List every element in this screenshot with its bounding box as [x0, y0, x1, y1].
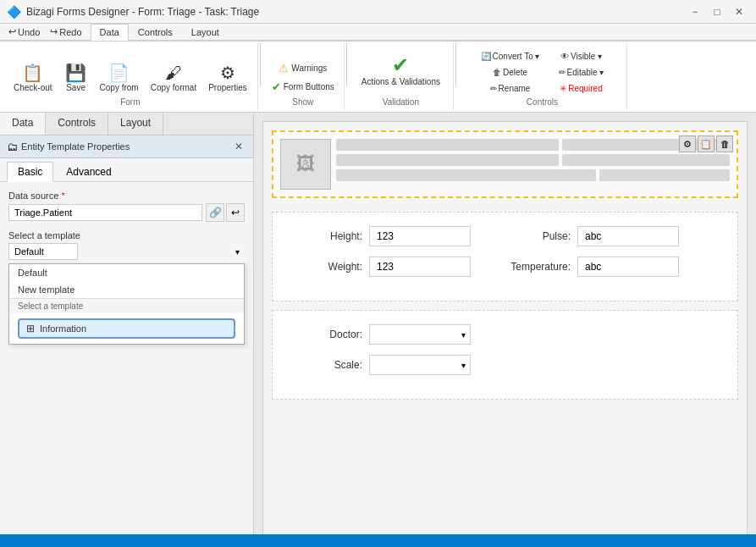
entity-panel-header: 🗂 Entity Template Properties ✕	[0, 135, 253, 158]
formbuttons-button[interactable]: ✔ Form Buttons	[268, 78, 339, 96]
entity-panel-body: Data source * 🔗 ↩ Select a template Def	[0, 182, 253, 534]
field-row-scale: Scale:	[286, 355, 724, 375]
template-select-wrapper: Default New template	[8, 243, 245, 260]
scale-select[interactable]	[369, 355, 471, 375]
panel-tab-data[interactable]: Data	[0, 113, 46, 135]
data-source-icons: 🔗 ↩	[206, 203, 245, 222]
height-input[interactable]	[369, 226, 471, 246]
doctor-select[interactable]	[369, 324, 471, 345]
properties-button[interactable]: ⚙ Properties	[203, 61, 252, 96]
entity-delete-button[interactable]: 🗑	[716, 135, 733, 152]
pulse-input[interactable]	[577, 226, 679, 246]
entity-panel-close-button[interactable]: ✕	[231, 139, 246, 154]
show-vertical-buttons: ⚠ Warnings ✔ Form Buttons	[268, 59, 339, 96]
window-controls: − □ ✕	[685, 3, 749, 21]
scale-label: Scale:	[286, 359, 362, 371]
entity-field-3	[336, 154, 559, 166]
warnings-button[interactable]: ⚠ Warnings	[268, 59, 339, 77]
minimize-button[interactable]: −	[685, 3, 705, 21]
dropdown-item-new-template[interactable]: New template	[9, 281, 244, 298]
form-fields-area-doctor-scale: Doctor: Scale:	[272, 310, 738, 400]
required-star: *	[61, 191, 64, 201]
redo-button[interactable]: ↪ Redo	[47, 25, 85, 39]
required-button[interactable]: ✳ Required	[555, 81, 609, 96]
ribbon-tabs: Data Controls Layout	[91, 24, 229, 40]
field-row-height-pulse: Height: Pulse:	[286, 226, 724, 246]
entity-panel-title: Entity Template Properties	[21, 141, 228, 152]
delete-button[interactable]: 🗑 Delete	[477, 65, 544, 80]
save-icon: 💾	[65, 64, 86, 81]
maximize-button[interactable]: □	[707, 3, 727, 21]
weight-input[interactable]	[369, 257, 471, 277]
data-source-input[interactable]	[8, 204, 202, 221]
ribbon-group-show-label: Show	[292, 96, 313, 108]
scale-select-wrapper	[369, 355, 471, 375]
ribbon-group-validation-label: Validation	[383, 96, 419, 108]
quick-access-toolbar: ↩ Undo ↪ Redo	[0, 25, 91, 39]
panel-tab-controls[interactable]: Controls	[46, 113, 108, 135]
ribbon-group-show-buttons: ⚠ Warnings ✔ Form Buttons	[268, 45, 339, 96]
actionsvalidations-button[interactable]: ✔ Actions & Validations	[354, 45, 448, 96]
properties-icon: ⚙	[220, 64, 235, 81]
entity-field-row-3	[336, 169, 730, 181]
data-source-back-button[interactable]: ↩	[226, 203, 245, 222]
template-dropdown-menu: Default New template Select a template ⊞…	[8, 263, 245, 345]
visible-button[interactable]: 👁 Visible ▾	[555, 49, 609, 64]
tab-data[interactable]: Data	[91, 24, 129, 41]
editable-button[interactable]: ✏ Editable ▾	[555, 65, 609, 80]
entity-content: 🖼	[280, 139, 730, 190]
undo-button[interactable]: ↩ Undo	[5, 25, 43, 39]
dropdown-section-select-template: Select a template	[9, 298, 244, 313]
copyformat-button[interactable]: 🖌 Copy format	[146, 61, 201, 96]
copyfrom-icon: 📄	[108, 64, 130, 81]
information-table-icon: ⊞	[26, 323, 35, 334]
controls-right-btns: 👁 Visible ▾ ✏ Editable ▾ ✳ Requir	[555, 49, 609, 96]
data-source-row: 🔗 ↩	[8, 203, 245, 222]
ribbon-group-form-buttons: 📋 Check-out 💾 Save 📄 Copy from 🖌 Copy fo…	[8, 45, 252, 96]
copyfrom-button[interactable]: 📄 Copy from	[95, 61, 144, 96]
template-select-row: Default New template	[8, 243, 245, 260]
entity-field-5	[336, 169, 596, 181]
data-source-link-button[interactable]: 🔗	[206, 203, 224, 222]
dropdown-item-default[interactable]: Default	[9, 264, 244, 281]
save-button[interactable]: 💾 Save	[59, 61, 93, 96]
ribbon-group-controls-buttons: 🔄 Convert To ▾ 🗑 Delete ✏ Rename	[477, 45, 609, 96]
app-title: Bizagi Forms Designer - Form: Triage - T…	[26, 6, 680, 18]
entity-field-4	[562, 154, 730, 166]
title-bar: 🔷 Bizagi Forms Designer - Form: Triage -…	[0, 0, 756, 24]
weight-label: Weight:	[286, 261, 362, 273]
form-canvas: ⚙ 📋 🗑 🖼	[262, 121, 748, 534]
checkout-button[interactable]: 📋 Check-out	[8, 61, 58, 96]
entity-copy-button[interactable]: 📋	[698, 135, 715, 152]
doctor-label: Doctor:	[286, 329, 362, 340]
field-row-doctor: Doctor:	[286, 324, 724, 345]
ribbon-content: 📋 Check-out 💾 Save 📄 Copy from 🖌 Copy fo…	[0, 41, 756, 112]
tab-controls[interactable]: Controls	[129, 24, 182, 40]
panel-tabs: Data Controls Layout	[0, 113, 253, 135]
entity-field-row-1	[336, 139, 730, 151]
temperature-input[interactable]	[577, 257, 679, 277]
left-panel: Data Controls Layout 🗂 Entity Template P…	[0, 113, 254, 534]
entity-inner-tab-advanced[interactable]: Advanced	[55, 162, 122, 181]
close-button[interactable]: ✕	[729, 3, 749, 21]
convertto-button[interactable]: 🔄 Convert To ▾	[477, 49, 544, 64]
pulse-label: Pulse:	[494, 230, 571, 242]
controls-left-btns: 🔄 Convert To ▾ 🗑 Delete ✏ Rename	[477, 49, 544, 96]
editable-icon: ✏	[559, 68, 566, 77]
rename-icon: ✏	[490, 84, 497, 93]
panel-tab-layout[interactable]: Layout	[108, 113, 163, 135]
tab-layout[interactable]: Layout	[182, 24, 229, 40]
dropdown-item-information[interactable]: ⊞ Information	[18, 318, 235, 339]
entity-settings-button[interactable]: ⚙	[679, 135, 696, 152]
main-layout: Data Controls Layout 🗂 Entity Template P…	[0, 113, 756, 534]
separator-2	[346, 43, 347, 86]
ribbon: ↩ Undo ↪ Redo Data Controls Layout 📋 Che…	[0, 24, 756, 113]
ribbon-group-form: 📋 Check-out 💾 Save 📄 Copy from 🖌 Copy fo…	[3, 43, 258, 110]
entity-inner-tab-basic[interactable]: Basic	[7, 162, 53, 182]
entity-image-placeholder: 🖼	[280, 139, 331, 190]
rename-button[interactable]: ✏ Rename	[477, 81, 544, 96]
form-fields-area: Height: Pulse: Weight: Temperature:	[272, 212, 738, 301]
entity-block-controls: ⚙ 📋 🗑	[679, 135, 733, 152]
actionsvalidations-icon: ✔	[392, 55, 409, 75]
template-select[interactable]: Default New template	[8, 243, 78, 260]
